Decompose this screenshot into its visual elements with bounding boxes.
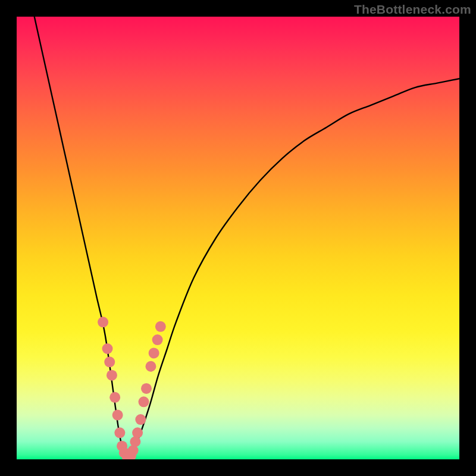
marker-dot [112, 410, 123, 421]
marker-dot [114, 427, 125, 438]
curve-layer [17, 17, 459, 459]
marker-dot [98, 317, 108, 327]
watermark-text: TheBottleneck.com [354, 2, 471, 17]
marker-dot [149, 347, 159, 358]
marker-dot [102, 343, 113, 354]
marker-dot [139, 396, 149, 407]
bottleneck-curve-path [35, 17, 459, 459]
bottleneck-curve [35, 17, 459, 459]
marker-layer [98, 317, 166, 459]
marker-dot [152, 334, 163, 345]
marker-dot [107, 370, 117, 381]
marker-dot [141, 383, 152, 394]
plot-area [17, 17, 459, 459]
marker-dot [132, 427, 143, 438]
marker-dot [145, 361, 156, 372]
chart-frame: TheBottleneck.com [0, 0, 476, 476]
marker-dot [135, 414, 146, 425]
marker-dot [155, 321, 166, 332]
marker-dot [109, 392, 120, 403]
marker-dot [104, 356, 115, 367]
